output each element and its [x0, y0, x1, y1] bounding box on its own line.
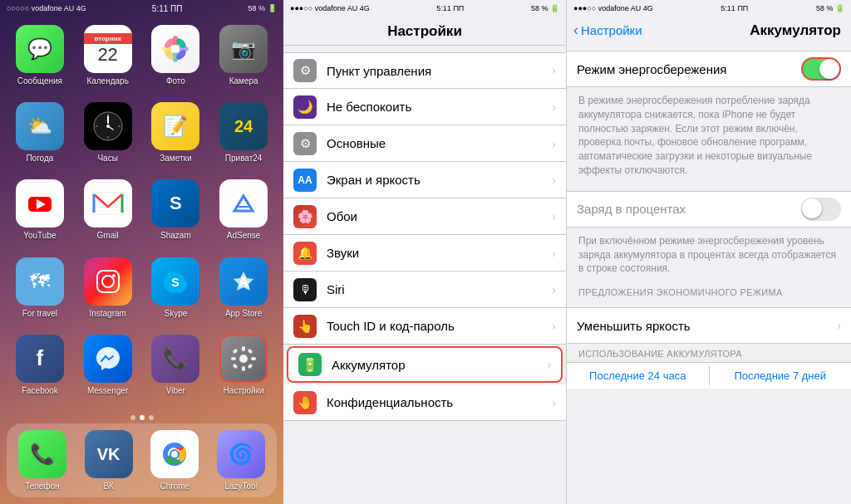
privat-icon: 24 — [219, 102, 268, 150]
viber-icon: 📞 — [151, 335, 199, 383]
settings-row-dnd[interactable]: 🌙 Не беспокоить › — [283, 89, 566, 125]
brightness-section: Уменьшить яркость › — [567, 307, 851, 344]
app-facebook[interactable]: f Facebook — [10, 335, 70, 404]
dot-2 — [140, 415, 145, 420]
settings-row-display[interactable]: AA Экран и яркость › — [283, 162, 566, 198]
app-appstore[interactable]: A App Store — [214, 257, 273, 326]
battery-percent-description: При включённом режиме энергосбережения у… — [567, 228, 851, 282]
shazam-label: Shazam — [160, 231, 191, 240]
tab-last7[interactable]: Последние 7 дней — [710, 363, 852, 389]
svg-point-9 — [171, 45, 180, 53]
app-clock[interactable]: Часы — [78, 102, 138, 171]
dock-chrome[interactable]: Chrome — [145, 430, 206, 491]
app-photos[interactable]: Фото — [146, 25, 206, 94]
skype-label: Skype — [164, 309, 187, 318]
app-gmail[interactable]: Gmail — [78, 179, 138, 248]
time-2: 5:11 ПП — [436, 4, 464, 12]
svg-rect-23 — [229, 189, 258, 218]
app-notes[interactable]: 📝 Заметки — [146, 102, 206, 171]
app-shazam[interactable]: S Shazam — [146, 179, 206, 248]
battery-percent-section: Заряд в процентах — [567, 191, 851, 228]
dock-lazytool[interactable]: 🌀 LazyTool — [210, 430, 272, 491]
app-calendar[interactable]: вторник 22 Календарь — [78, 25, 138, 94]
instagram-icon — [84, 257, 132, 306]
battery-navigation: ‹ Настройки Аккумулятор — [567, 17, 851, 44]
app-adsense[interactable]: AdSense — [214, 179, 273, 248]
app-camera[interactable]: 📷 Камера — [214, 25, 273, 94]
carrier-2: ●●●○○ vodafone AU 4G — [290, 4, 370, 12]
app-messenger[interactable]: Messenger — [78, 335, 138, 404]
calendar-day: 22 — [97, 44, 117, 66]
general-label: Основные — [327, 136, 542, 150]
svg-point-30 — [239, 355, 248, 363]
app-messages[interactable]: 💬 Сообщения — [10, 25, 70, 94]
battery-tabs: Последние 24 часа Последние 7 дней — [567, 362, 851, 389]
settings-row-control-center[interactable]: ⚙ Пункт управления › — [283, 52, 566, 89]
home-screen: ○○○○○ vodafone AU 4G 5:11 ПП 58 % 🔋 💬 Со… — [0, 0, 283, 504]
vk-label: ВК — [103, 482, 114, 491]
brightness-label: Уменьшить яркость — [577, 319, 829, 333]
settings-row-general[interactable]: ⚙ Основные › — [283, 125, 566, 162]
battery-percent-toggle[interactable] — [801, 198, 841, 221]
dock-phone[interactable]: 📞 Телефон — [12, 430, 73, 491]
power-save-toggle[interactable] — [801, 57, 841, 81]
app-grid: 💬 Сообщения вторник 22 Календарь — [0, 17, 283, 412]
settings-app-label: Настройки — [224, 386, 264, 395]
gmail-icon — [84, 179, 132, 228]
settings-row-privacy[interactable]: 🤚 Конфиденциальность › — [283, 384, 566, 421]
sounds-chevron: › — [552, 247, 556, 260]
brightness-row[interactable]: Уменьшить яркость › — [567, 307, 851, 344]
battery-page-title: Аккумулятор — [642, 22, 841, 39]
clock-face — [93, 111, 123, 141]
battery-row-icon: 🔋 — [298, 353, 322, 376]
display-icon: AA — [293, 169, 317, 192]
brightness-chevron: › — [837, 319, 841, 332]
dnd-chevron: › — [552, 100, 556, 114]
app-youtube[interactable]: YouTube — [10, 179, 70, 248]
svg-point-27 — [112, 274, 116, 277]
settings-row-touchid[interactable]: 👆 Touch ID и код-пароль › — [283, 308, 566, 345]
display-label: Экран и яркость — [327, 173, 542, 187]
viber-label: Viber — [166, 386, 185, 395]
clock-label: Часы — [97, 154, 117, 163]
maps-label: For travel — [22, 309, 57, 318]
gmail-label: Gmail — [97, 231, 119, 240]
photos-pinwheel — [160, 34, 190, 64]
privacy-label: Конфиденциальность — [327, 395, 542, 409]
settings-row-wallpaper[interactable]: 🌸 Обои › — [283, 198, 566, 235]
skype-icon: S — [151, 257, 199, 306]
dock-vk[interactable]: VK ВК — [78, 430, 140, 491]
photos-label: Фото — [166, 76, 185, 86]
app-maps[interactable]: 🗺 For travel — [10, 257, 70, 326]
app-instagram[interactable]: Instagram — [78, 257, 138, 326]
tab-last24[interactable]: Последние 24 часа — [567, 363, 709, 389]
svg-point-26 — [102, 276, 114, 287]
facebook-icon: f — [16, 335, 64, 383]
messages-label: Сообщения — [17, 76, 62, 86]
app-skype[interactable]: S Skype — [146, 257, 206, 326]
notes-icon: 📝 — [151, 102, 199, 150]
facebook-label: Facebook — [22, 386, 58, 395]
settings-row-siri[interactable]: 🎙 Siri › — [283, 272, 566, 308]
app-privat[interactable]: 24 Приват24 — [214, 102, 273, 171]
svg-text:S: S — [172, 276, 180, 289]
app-weather[interactable]: ⛅ Погода — [10, 102, 70, 171]
battery-settings-panel: ●●●○○ vodafone AU 4G 5:11 ПП 58 % 🔋 ‹ На… — [567, 0, 851, 504]
app-settings[interactable]: Настройки — [214, 335, 273, 404]
status-bar-3: ●●●○○ vodafone AU 4G 5:11 ПП 58 % 🔋 — [567, 0, 851, 17]
svg-text:A: A — [239, 275, 248, 289]
battery-2: 58 % 🔋 — [531, 4, 559, 12]
settings-row-sounds[interactable]: 🔔 Звуки › — [283, 235, 566, 272]
app-viber[interactable]: 📞 Viber — [146, 335, 206, 404]
settings-app-icon — [219, 335, 268, 383]
svg-rect-38 — [233, 363, 239, 369]
chrome-label: Chrome — [160, 482, 190, 491]
settings-row-battery[interactable]: 🔋 Аккумулятор › — [287, 346, 563, 383]
siri-icon: 🎙 — [293, 278, 317, 301]
phone-icon: 📞 — [18, 430, 66, 478]
instagram-label: Instagram — [89, 309, 125, 318]
svg-rect-33 — [231, 357, 236, 360]
control-center-icon: ⚙ — [293, 59, 317, 82]
back-button[interactable]: ‹ Настройки — [573, 22, 642, 39]
calendar-label: Календарь — [86, 76, 128, 86]
